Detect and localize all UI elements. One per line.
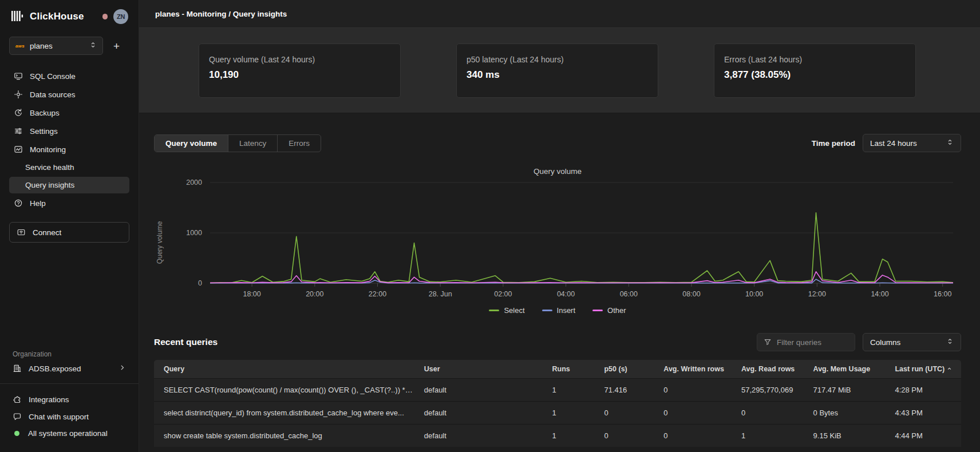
tab-errors[interactable]: Errors (277, 135, 321, 152)
organization-name: ADSB.exposed (29, 364, 81, 373)
cell-avg-mem-usage: 9.15 KiB (808, 425, 890, 447)
column-header-avg-mem-usage[interactable]: Avg. Mem Usage (808, 360, 890, 379)
organization-section-label: Organization (9, 350, 129, 358)
cell-runs: 1 (547, 402, 599, 425)
sidebar-item-label: SQL Console (30, 72, 76, 81)
footer-item-label: Integrations (29, 395, 69, 404)
x-tick-label: 10:00 (745, 290, 763, 298)
time-period-select[interactable]: Last 24 hours (863, 134, 961, 152)
chart-legend: SelectInsertOther (154, 306, 961, 315)
sidebar-footer-integrations[interactable]: Integrations (9, 391, 129, 408)
chart-plot[interactable] (210, 183, 953, 283)
sidebar-footer-all-systems-operational[interactable]: All systems operational (9, 425, 129, 442)
sidebar-item-monitoring[interactable]: Monitoring (9, 141, 129, 158)
column-header-last-run-utc[interactable]: Last run (UTC) (889, 360, 961, 379)
sidebar-item-label: Monitoring (30, 145, 66, 154)
legend-label: Other (607, 306, 626, 315)
column-header-avg-written-rows[interactable]: Avg. Written rows (658, 360, 736, 379)
sidebar: ClickHouse ZN aws planes + SQL ConsoleDa… (0, 0, 139, 452)
cell-query: show create table system.distributed_cac… (154, 425, 418, 447)
chart-title: Query volume (154, 167, 961, 176)
cell-query: SELECT CAST(round(pow(count() / max(coun… (154, 379, 418, 402)
sidebar-item-help[interactable]: Help (9, 195, 129, 212)
cell-user: default (418, 379, 547, 402)
legend-swatch (592, 310, 603, 311)
column-header-avg-read-rows[interactable]: Avg. Read rows (736, 360, 808, 379)
sidebar-item-backups[interactable]: Backups (9, 104, 129, 121)
stat-card-p50-latency: p50 latency (Last 24 hours) 340 ms (456, 43, 658, 98)
x-tick-label: 06:00 (620, 290, 638, 298)
series-line-select (210, 213, 953, 283)
filter-queries-box (757, 333, 855, 351)
filter-queries-input[interactable] (777, 338, 848, 347)
legend-label: Select (504, 306, 524, 315)
stat-value: 10,190 (209, 69, 390, 81)
connect-icon (17, 228, 26, 237)
avatar[interactable]: ZN (113, 9, 128, 24)
brand-row: ClickHouse ZN (9, 8, 129, 24)
table-row[interactable]: select distrinct(query_id) from system.d… (154, 402, 961, 425)
status-dot (14, 431, 19, 436)
legend-swatch (542, 310, 552, 311)
settings-icon (14, 126, 23, 136)
sidebar-footer-chat-with-support[interactable]: Chat with support (9, 408, 129, 425)
sidebar-item-sql-console[interactable]: SQL Console (9, 68, 129, 85)
sidebar-nav: SQL ConsoleData sourcesBackupsSettingsMo… (9, 68, 129, 212)
connect-label: Connect (33, 228, 61, 237)
tab-latency[interactable]: Latency (228, 135, 277, 152)
table-row[interactable]: SELECT CAST(round(pow(count() / max(coun… (154, 379, 961, 402)
sidebar-divider (0, 383, 139, 384)
main: planes - Monitoring / Query insights Que… (139, 0, 980, 452)
columns-select[interactable]: Columns (863, 333, 961, 351)
recent-queries-table: QueryUserRunsp50 (s)Avg. Written rowsAvg… (154, 360, 961, 447)
sidebar-item-label: Backups (30, 109, 60, 117)
cell-last-run-utc: 4:44 PM (889, 425, 961, 447)
footer-item-label: All systems operational (28, 429, 108, 438)
topbar: planes - Monitoring / Query insights (139, 0, 980, 27)
column-header-query[interactable]: Query (154, 360, 418, 379)
cell-query: select distrinct(query_id) from system.d… (154, 402, 418, 425)
y-tick-label: 0 (198, 279, 202, 287)
column-header-runs[interactable]: Runs (547, 360, 599, 379)
cell-user: default (418, 402, 547, 425)
table-row[interactable]: show create table system.distributed_cac… (154, 425, 961, 447)
time-period-label: Time period (812, 139, 855, 148)
sidebar-item-settings[interactable]: Settings (9, 122, 129, 140)
stat-value: 340 ms (467, 69, 648, 81)
add-service-button[interactable]: + (113, 41, 120, 51)
footer-item-label: Chat with support (29, 413, 89, 421)
help-icon (14, 199, 23, 208)
x-tick-label: 16:00 (934, 290, 951, 298)
page-breadcrumb: planes - Monitoring / Query insights (155, 10, 287, 18)
tab-query-volume[interactable]: Query volume (155, 135, 228, 152)
column-header-user[interactable]: User (418, 360, 547, 379)
legend-swatch (489, 310, 499, 311)
service-selector[interactable]: aws planes (9, 37, 103, 55)
legend-item-select[interactable]: Select (489, 306, 524, 315)
cell-p50-s: 0 (598, 425, 658, 447)
brand-name: ClickHouse (30, 11, 84, 22)
y-tick-label: 1000 (186, 229, 202, 237)
x-tick-label: 04:00 (557, 290, 575, 298)
recent-queries-title: Recent queries (154, 337, 218, 347)
sidebar-item-data-sources[interactable]: Data sources (9, 86, 129, 103)
sidebar-item-label: Service health (25, 163, 74, 172)
sidebar-item-query-insights[interactable]: Query insights (9, 177, 129, 193)
stats-band: Query volume (Last 24 hours) 10,190 p50 … (139, 27, 980, 113)
chevron-right-icon (118, 364, 126, 373)
x-tick-label: 02:00 (494, 290, 512, 298)
legend-item-insert[interactable]: Insert (542, 306, 576, 315)
chevron-updown-icon (946, 138, 954, 148)
connect-button[interactable]: Connect (9, 222, 129, 243)
cell-avg-read-rows: 0 (736, 402, 808, 425)
aws-icon: aws (15, 43, 25, 49)
legend-item-other[interactable]: Other (592, 306, 626, 315)
y-tick-label: 2000 (186, 179, 202, 187)
cell-avg-mem-usage: 0 Bytes (808, 402, 890, 425)
sidebar-item-service-health[interactable]: Service health (9, 159, 129, 176)
chart-y-axis-label: Query volume (156, 221, 164, 264)
organization-item[interactable]: ADSB.exposed (9, 358, 129, 379)
notification-dot (102, 14, 108, 19)
column-header-p50-s[interactable]: p50 (s) (598, 360, 658, 379)
stat-label: p50 latency (Last 24 hours) (467, 55, 648, 64)
